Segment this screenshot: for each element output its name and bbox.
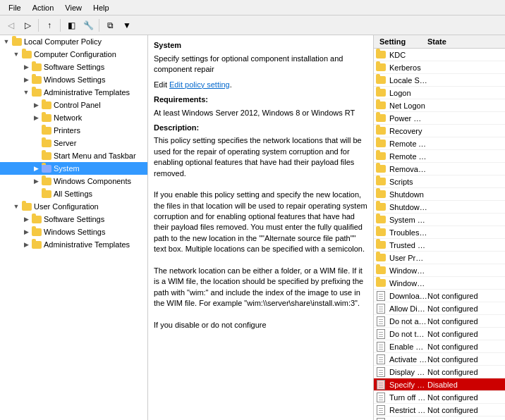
settings-row[interactable]: Locale Services [374,74,505,87]
settings-row[interactable]: Remote Assistance [374,137,505,150]
back-button[interactable]: ◁ [3,18,18,33]
tree-item-user-config[interactable]: ▼ User Configuration [0,200,147,213]
folder-icon [374,89,388,97]
menu-file[interactable]: File [3,2,27,13]
policy-icon [374,291,388,301]
tree-item-user-software[interactable]: ▶ Software Settings [0,213,147,226]
tree-label-admin-templates: Administrative Templates [44,88,130,97]
settings-row[interactable]: Shutdown Options [374,201,505,214]
policy-icon [374,342,388,352]
expander-admin-templates[interactable]: ▼ [21,87,31,97]
expander-network[interactable]: ▶ [31,113,41,123]
settings-row[interactable]: Kerberos [374,61,505,74]
up-button[interactable]: ↑ [42,18,57,33]
settings-row-name: Display Shutdown Event Tracker [388,368,427,376]
expander-server[interactable]: ▶ [31,138,41,148]
tree-item-system[interactable]: ▶ System [0,162,147,175]
expander-start-menu[interactable]: ▶ [31,151,41,161]
settings-row-state: Not configured [427,393,505,402]
tree-item-server[interactable]: ▶ Server [0,137,147,149]
expander-user-windows[interactable]: ▶ [21,227,31,237]
tree-item-user-windows[interactable]: ▶ Windows Settings [0,226,147,238]
forward-button[interactable]: ▷ [20,18,35,33]
settings-row[interactable]: Activate Shutdown Event Tracker System S… [374,353,505,366]
settings-row[interactable]: Specify settings for optional component … [374,378,505,391]
tree-item-user-admin[interactable]: ▶ Administrative Templates [0,238,147,251]
policy-link[interactable]: Edit policy setting [169,80,230,89]
settings-row[interactable]: Restrict potentially unsafe HTML Help fu… [374,404,505,416]
expander-all-settings[interactable]: ▶ [31,189,41,199]
settings-row[interactable]: Display Shutdown Event TrackerNot config… [374,366,505,378]
settings-row-state: Not configured [427,304,505,313]
settings-row[interactable]: Windows File Protection [374,264,505,277]
settings-row[interactable]: Remote Procedure Call [374,150,505,163]
policy-icon [374,380,388,390]
tree-item-network[interactable]: ▶ Network [0,111,147,124]
settings-row[interactable]: Restrict these programs from being launc… [374,416,505,420]
settings-row-name: Remote Assistance [388,140,427,148]
folder-icon [374,241,388,249]
settings-row[interactable]: Scripts [374,175,505,188]
tree-item-software-settings[interactable]: ▶ Software Settings [0,61,147,73]
desc-header: System [154,41,367,49]
tree-item-printers[interactable]: ▶ Printers [0,124,147,137]
policy-icon [374,405,388,415]
settings-row[interactable]: Windows Time Service [374,277,505,290]
menu-action[interactable]: Action [27,2,60,13]
expander-printers[interactable]: ▶ [31,125,41,135]
expander-software-settings[interactable]: ▶ [21,62,31,72]
tree-item-all-settings[interactable]: ▶ All Settings [0,187,147,200]
expander-user-config[interactable]: ▼ [11,202,21,211]
expander-user-software[interactable]: ▶ [21,214,31,224]
settings-row-name: Recovery [388,127,427,135]
filter-button[interactable]: ▼ [119,18,135,33]
expander-local-policy[interactable]: ▼ [1,37,11,47]
settings-row[interactable]: Turn off Data Execution Prevention for H… [374,391,505,404]
settings-row[interactable]: System Restore [374,214,505,226]
tree-item-windows-components[interactable]: ▶ Windows Components [0,175,147,187]
settings-row[interactable]: User Profiles [374,252,505,264]
tree-item-start-menu[interactable]: ▶ Start Menu and Taskbar [0,149,147,162]
settings-row[interactable]: Shutdown [374,188,505,201]
menu-view[interactable]: View [59,2,87,13]
tree-label-user-software: Software Settings [44,215,104,223]
expander-windows-components[interactable]: ▶ [31,176,41,186]
edit-link[interactable]: Edit Edit policy setting. [154,80,367,90]
settings-row[interactable]: Do not automatically encrypt files moved… [374,315,505,328]
settings-row[interactable]: Troubleshooting and Diagnostics [374,226,505,239]
tree-item-local-policy[interactable]: ▼ Local Computer Policy [0,35,147,48]
folder-icon-user-admin [31,240,42,249]
expander-control-panel[interactable]: ▶ [31,100,41,110]
settings-row[interactable]: Download missing COM componentsNot confi… [374,290,505,302]
content-area: ▼ Local Computer Policy ▼ Computer Confi… [0,35,505,420]
settings-row-name: Shutdown [388,190,427,199]
settings-row-name: Do not automatically encrypt files moved… [388,317,427,326]
properties-button[interactable]: 🔧 [80,18,96,33]
requirements-text: At least Windows Server 2012, Windows 8 … [154,108,367,118]
expander-computer-config[interactable]: ▼ [11,49,21,59]
settings-row[interactable]: Net Logon [374,99,505,112]
folder-icon-user-windows [31,227,42,237]
expander-user-admin[interactable]: ▶ [21,240,31,249]
settings-row[interactable]: Allow Distributed Link Tracking clients … [374,302,505,315]
folder-icon [374,63,388,71]
settings-row[interactable]: Removable Storage Access [374,163,505,175]
folder-icon [374,203,388,211]
settings-row[interactable]: KDC [374,49,505,61]
settings-row[interactable]: Power Management [374,112,505,125]
tree-item-computer-config[interactable]: ▼ Computer Configuration [0,48,147,61]
tree-item-control-panel[interactable]: ▶ Control Panel [0,99,147,111]
folder-icon [374,216,388,223]
tree-item-admin-templates[interactable]: ▼ Administrative Templates [0,86,147,99]
expander-windows-settings[interactable]: ▶ [21,75,31,85]
expander-system[interactable]: ▶ [31,163,41,173]
show-hide-button[interactable]: ◧ [63,18,79,33]
settings-row[interactable]: Trusted Platform Module Services [374,239,505,252]
new-window-button[interactable]: ⧉ [102,18,118,33]
settings-row[interactable]: Recovery [374,125,505,137]
settings-row[interactable]: Do not turn off system power after a Win… [374,328,505,340]
menu-help[interactable]: Help [87,2,115,13]
settings-row[interactable]: Logon [374,87,505,99]
tree-item-windows-settings[interactable]: ▶ Windows Settings [0,73,147,86]
settings-row[interactable]: Enable Persistent Time StampNot configur… [374,340,505,353]
